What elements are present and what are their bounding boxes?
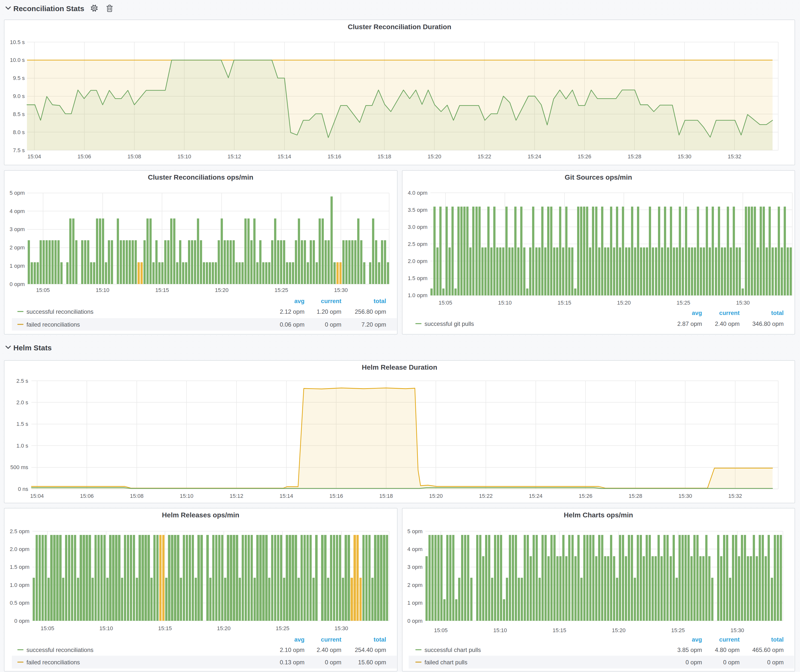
svg-text:15:15: 15:15 <box>155 287 169 293</box>
svg-text:0 opm: 0 opm <box>723 659 740 666</box>
svg-text:15:18: 15:18 <box>378 154 391 160</box>
svg-text:2.0 s: 2.0 s <box>16 399 28 406</box>
svg-text:total: total <box>771 310 784 316</box>
svg-text:5 opm: 5 opm <box>10 190 25 196</box>
svg-text:total: total <box>374 636 386 643</box>
svg-text:15:30: 15:30 <box>334 287 348 293</box>
svg-text:avg: avg <box>692 310 702 316</box>
svg-text:15:30: 15:30 <box>334 625 348 631</box>
svg-text:15:16: 15:16 <box>330 493 343 499</box>
svg-text:2.10 opm: 2.10 opm <box>280 646 304 653</box>
svg-text:15:08: 15:08 <box>127 154 141 160</box>
svg-text:15:10: 15:10 <box>493 627 507 634</box>
svg-text:15:25: 15:25 <box>671 627 685 634</box>
svg-text:7.20 opm: 7.20 opm <box>362 321 386 328</box>
svg-text:1.5 s: 1.5 s <box>16 421 28 427</box>
svg-text:10.5 s: 10.5 s <box>10 39 25 45</box>
svg-text:15:12: 15:12 <box>227 154 241 160</box>
svg-text:15:28: 15:28 <box>629 493 642 499</box>
svg-text:15:05: 15:05 <box>434 627 448 634</box>
svg-text:Cluster Reconciliations ops/mi: Cluster Reconciliations ops/min <box>148 173 253 181</box>
svg-text:2.0 opm: 2.0 opm <box>408 258 428 264</box>
svg-text:15:20: 15:20 <box>215 287 229 293</box>
svg-text:15:15: 15:15 <box>158 625 172 631</box>
svg-text:0.5 opm: 0.5 opm <box>10 600 30 606</box>
svg-text:current: current <box>321 636 341 643</box>
svg-text:2.5 s: 2.5 s <box>16 378 28 384</box>
svg-text:0 opm: 0 opm <box>685 659 702 666</box>
svg-text:3 opm: 3 opm <box>10 226 25 232</box>
svg-text:4 opm: 4 opm <box>407 546 422 552</box>
svg-text:15:15: 15:15 <box>553 627 566 634</box>
svg-text:1 opm: 1 opm <box>10 263 25 269</box>
svg-text:15:05: 15:05 <box>438 300 452 306</box>
svg-text:2.40 opm: 2.40 opm <box>317 646 341 653</box>
svg-text:Git Sources ops/min: Git Sources ops/min <box>565 173 632 181</box>
svg-text:3.0 opm: 3.0 opm <box>408 224 428 230</box>
svg-text:15:10: 15:10 <box>96 287 109 293</box>
svg-text:15:30: 15:30 <box>736 300 750 306</box>
svg-text:15:22: 15:22 <box>478 154 491 160</box>
svg-text:2 opm: 2 opm <box>10 245 25 251</box>
svg-text:15:05: 15:05 <box>36 287 50 293</box>
svg-text:256.80 opm: 256.80 opm <box>355 308 386 315</box>
svg-text:10.0 s: 10.0 s <box>10 57 25 63</box>
svg-text:Helm Charts ops/min: Helm Charts ops/min <box>564 511 633 519</box>
svg-text:15:15: 15:15 <box>558 300 571 306</box>
svg-text:2.40 opm: 2.40 opm <box>715 320 740 327</box>
svg-text:3 opm: 3 opm <box>407 564 422 570</box>
svg-text:15:20: 15:20 <box>612 627 626 634</box>
svg-text:0 opm: 0 opm <box>325 321 341 328</box>
svg-text:avg: avg <box>294 298 304 304</box>
svg-text:4.0 opm: 4.0 opm <box>408 190 428 196</box>
svg-text:1.5 opm: 1.5 opm <box>408 275 428 281</box>
svg-text:0.06 opm: 0.06 opm <box>280 321 304 328</box>
svg-text:15:24: 15:24 <box>529 493 542 499</box>
svg-text:2.0 opm: 2.0 opm <box>10 546 30 552</box>
svg-text:465.60 opm: 465.60 opm <box>752 646 784 653</box>
svg-text:0.13 opm: 0.13 opm <box>280 659 304 666</box>
svg-text:Helm Stats: Helm Stats <box>13 344 52 352</box>
svg-text:15:10: 15:10 <box>180 493 194 499</box>
svg-text:4.80 opm: 4.80 opm <box>715 646 740 653</box>
svg-text:1 opm: 1 opm <box>407 600 422 606</box>
svg-text:Helm Release Duration: Helm Release Duration <box>362 363 437 371</box>
svg-text:7.5 s: 7.5 s <box>13 147 25 154</box>
svg-text:15:26: 15:26 <box>578 154 591 160</box>
svg-text:0 opm: 0 opm <box>10 281 25 287</box>
svg-text:successful chart pulls: successful chart pulls <box>424 646 481 653</box>
svg-text:0 opm: 0 opm <box>325 659 341 666</box>
svg-text:1.0 opm: 1.0 opm <box>10 582 30 588</box>
svg-text:15:08: 15:08 <box>130 493 144 499</box>
svg-text:failed reconciliations: failed reconciliations <box>26 321 80 328</box>
svg-text:2 opm: 2 opm <box>407 582 422 588</box>
svg-text:15:28: 15:28 <box>627 154 641 160</box>
svg-text:254.40 opm: 254.40 opm <box>355 646 386 653</box>
svg-text:successful reconciliations: successful reconciliations <box>26 308 93 315</box>
svg-text:0 ns: 0 ns <box>18 486 28 492</box>
svg-text:15:20: 15:20 <box>429 493 443 499</box>
svg-text:15:32: 15:32 <box>728 493 742 499</box>
svg-text:15:04: 15:04 <box>27 154 41 160</box>
svg-text:1.0 opm: 1.0 opm <box>408 292 428 298</box>
svg-text:15:25: 15:25 <box>677 300 690 306</box>
svg-text:2.87 opm: 2.87 opm <box>677 320 702 327</box>
svg-text:current: current <box>321 298 341 304</box>
svg-text:15:10: 15:10 <box>178 154 191 160</box>
svg-text:2.5 opm: 2.5 opm <box>10 528 30 534</box>
svg-text:500 ms: 500 ms <box>10 464 28 470</box>
svg-text:15:22: 15:22 <box>479 493 493 499</box>
svg-text:15:32: 15:32 <box>728 154 741 160</box>
svg-text:15:30: 15:30 <box>678 154 691 160</box>
svg-text:15:26: 15:26 <box>579 493 592 499</box>
svg-text:15.60 opm: 15.60 opm <box>358 659 386 666</box>
svg-text:current: current <box>719 310 740 316</box>
svg-text:total: total <box>771 636 784 643</box>
svg-text:15:30: 15:30 <box>731 627 744 634</box>
svg-text:15:14: 15:14 <box>278 154 291 160</box>
svg-text:1.5 opm: 1.5 opm <box>10 564 30 570</box>
svg-text:15:18: 15:18 <box>379 493 393 499</box>
svg-text:15:10: 15:10 <box>99 625 113 631</box>
svg-text:15:24: 15:24 <box>528 154 541 160</box>
svg-text:4 opm: 4 opm <box>10 208 25 214</box>
